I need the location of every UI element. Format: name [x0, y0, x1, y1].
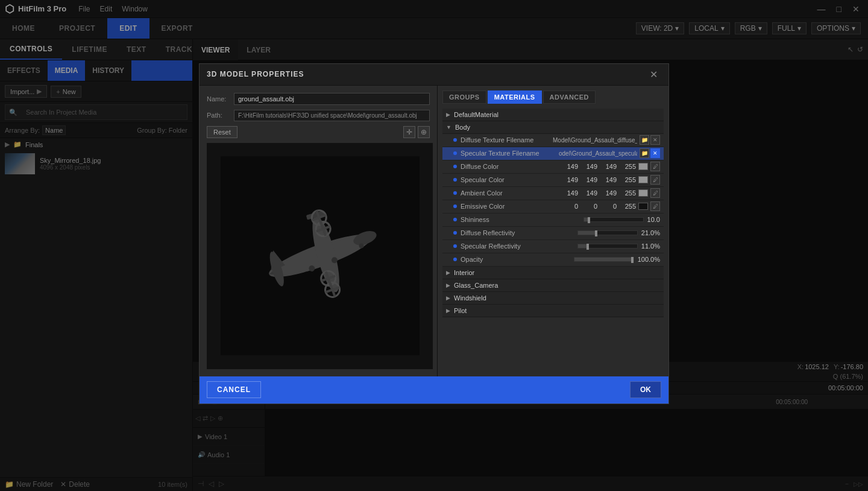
section-body[interactable]: ▼ Body	[442, 121, 664, 134]
ambient-b: 149	[600, 189, 617, 197]
opacity-slider[interactable]	[574, 257, 634, 262]
model-preview	[207, 143, 433, 369]
section-name-defaultmaterial: DefaultMaterial	[454, 111, 498, 118]
prop-diffuse-color: Diffuse Color 149 149 149 255 🖊	[442, 160, 664, 174]
section-name-windshield: Windshield	[454, 294, 486, 302]
prop-dot-shininess	[453, 218, 457, 221]
ok-button[interactable]: OK	[630, 381, 661, 398]
prop-name-specular-refl: Specular Reflectivity	[461, 242, 577, 250]
modal-footer: CANCEL OK	[200, 376, 668, 404]
diffuse-g: 149	[580, 163, 597, 170]
section-glass-camera[interactable]: ▶ Glass_Camera	[442, 279, 664, 292]
specular-a: 255	[619, 176, 636, 183]
section-arrow-windshield: ▶	[446, 295, 450, 301]
cancel-button[interactable]: CANCEL	[207, 381, 261, 398]
prop-opacity: Opacity 100.0%	[442, 253, 664, 267]
prop-value-opacity: 100.0%	[574, 256, 660, 263]
prop-value-diffuse-color: 149 149 149 255 🖊	[561, 162, 660, 171]
specular-color-swatch[interactable]	[638, 176, 648, 183]
prop-specular-reflectivity: Specular Reflectivity 11.0%	[442, 240, 664, 253]
diffuse-refl-slider[interactable]	[577, 230, 638, 235]
ambient-color-swatch[interactable]	[638, 189, 648, 197]
prop-value-ambient-color: 149 149 149 255 🖊	[561, 188, 660, 198]
prop-emissive-color: Emissive Color 0 0 0 255 🖊	[442, 200, 664, 214]
diffuse-color-btn[interactable]: 🖊	[650, 162, 660, 171]
name-label: Name:	[207, 95, 234, 103]
prop-value-specular-refl: 11.0%	[577, 242, 660, 250]
preview-tools: ✛ ⊕	[403, 126, 430, 138]
reset-button[interactable]: Reset	[207, 126, 237, 138]
emissive-color-btn[interactable]: 🖊	[650, 201, 660, 211]
prop-clear-btn-diffuse[interactable]: ✕	[650, 135, 660, 145]
section-pilot[interactable]: ▶ Pilot	[442, 305, 664, 317]
modal-overlay: 3D MODEL PROPERTIES ✕ Name: Path: F:\Hit…	[0, 0, 868, 491]
prop-specular-color: Specular Color 149 149 149 255 🖊	[442, 174, 664, 187]
diffuse-a: 255	[619, 163, 636, 170]
path-value: F:\HitFilm tutorials\HF3\3D unified spac…	[234, 110, 430, 121]
prop-actions-specular: 📁 ✕	[640, 148, 660, 158]
prop-dot-emissive-color	[453, 204, 457, 208]
name-input[interactable]	[234, 93, 430, 105]
property-tabs: GROUPS MATERIALS ADVANCED	[442, 90, 664, 104]
prop-folder-btn-diffuse[interactable]: 📁	[640, 135, 649, 145]
prop-value-diffuse-refl: 21.0%	[577, 229, 660, 236]
prop-tab-materials[interactable]: MATERIALS	[488, 90, 542, 104]
specular-refl-slider[interactable]	[577, 244, 638, 249]
emissive-b: 0	[600, 203, 617, 210]
specular-color-btn[interactable]: 🖊	[650, 175, 660, 185]
specular-refl-value: 11.0%	[641, 242, 660, 250]
diffuse-color-swatch[interactable]	[638, 163, 648, 170]
ambient-g: 149	[580, 189, 597, 197]
modal-left-panel: Name: Path: F:\HitFilm tutorials\HF3\3D …	[200, 86, 438, 376]
section-arrow-glass: ▶	[446, 282, 450, 288]
section-windshield[interactable]: ▶ Windshield	[442, 292, 664, 305]
prop-dot	[453, 138, 457, 142]
prop-specular-texture: Specular Texture Filename odel\Ground_As…	[442, 147, 664, 160]
prop-value-diffuse-texture: Model\Ground_Assault_diffuse_01.png	[553, 137, 637, 144]
diffuse-r: 149	[561, 163, 578, 170]
modal-header: 3D MODEL PROPERTIES ✕	[200, 64, 668, 86]
prop-name-shininess: Shininess	[461, 216, 583, 223]
airplane-svg	[221, 156, 420, 355]
specular-g: 149	[580, 176, 597, 183]
section-name-interior: Interior	[454, 269, 474, 276]
modal-title: 3D MODEL PROPERTIES	[207, 70, 646, 78]
prop-tab-groups[interactable]: GROUPS	[442, 90, 486, 104]
shininess-slider[interactable]	[583, 217, 644, 222]
prop-dot-specular-refl	[453, 244, 457, 248]
prop-name-diffuse-refl: Diffuse Reflectivity	[461, 229, 577, 236]
section-name-glass: Glass_Camera	[454, 282, 498, 289]
prop-folder-btn-specular[interactable]: 📁	[640, 148, 649, 158]
prop-diffuse-texture: Diffuse Texture Filename Model\Ground_As…	[442, 134, 664, 147]
modal-close-button[interactable]: ✕	[646, 68, 661, 81]
emissive-color-swatch[interactable]	[638, 203, 648, 210]
section-arrow-interior: ▶	[446, 270, 450, 276]
prop-value-emissive-color: 0 0 0 255 🖊	[561, 201, 660, 211]
prop-name-specular-color: Specular Color	[461, 176, 561, 183]
section-name-body: Body	[455, 124, 470, 131]
path-row: Path: F:\HitFilm tutorials\HF3\3D unifie…	[207, 110, 430, 121]
prop-clear-btn-specular[interactable]: ✕	[650, 148, 660, 158]
prop-name-diffuse-texture: Diffuse Texture Filename	[461, 136, 553, 144]
prop-ambient-color: Ambient Color 149 149 149 255 🖊	[442, 187, 664, 200]
prop-name-diffuse-color: Diffuse Color	[461, 163, 561, 170]
prop-tab-advanced[interactable]: ADVANCED	[543, 90, 596, 104]
diffuse-b: 149	[600, 163, 617, 170]
emissive-a: 255	[619, 203, 636, 210]
ambient-r: 149	[561, 189, 578, 197]
ambient-color-btn[interactable]: 🖊	[650, 188, 660, 198]
section-arrow-pilot: ▶	[446, 308, 450, 314]
prop-dot-specular	[453, 151, 457, 155]
section-interior[interactable]: ▶ Interior	[442, 267, 664, 279]
move-icon[interactable]: ✛	[403, 126, 415, 138]
prop-dot-ambient-color	[453, 191, 457, 195]
zoom-icon[interactable]: ⊕	[418, 126, 430, 138]
prop-dot-diffuse-color	[453, 165, 457, 168]
prop-value-specular-texture: odel\Ground_Assault_specular_01.png	[559, 150, 637, 157]
section-defaultmaterial[interactable]: ▶ DefaultMaterial	[442, 109, 664, 121]
modal-right-panel: GROUPS MATERIALS ADVANCED ▶ DefaultMater…	[438, 86, 668, 376]
ambient-a: 255	[619, 189, 636, 197]
diffuse-refl-value: 21.0%	[641, 229, 660, 236]
name-row: Name:	[207, 93, 430, 105]
shininess-value: 10.0	[647, 216, 660, 223]
